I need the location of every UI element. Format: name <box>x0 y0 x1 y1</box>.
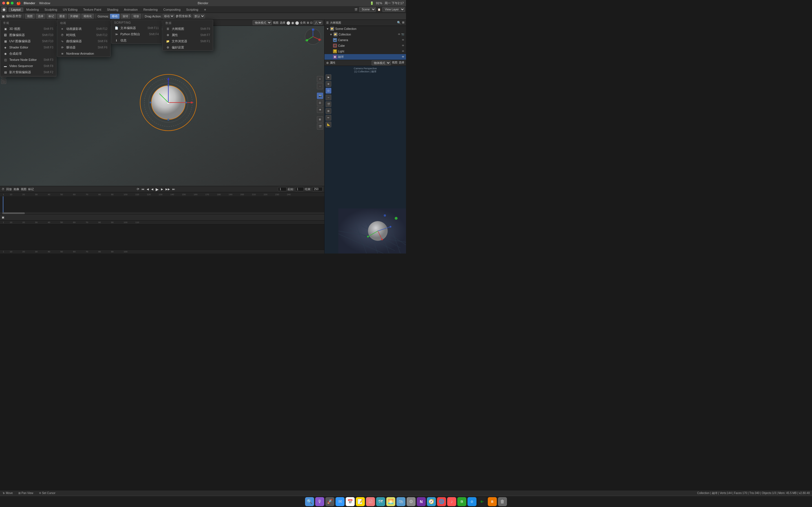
zoom-in-btn[interactable]: + <box>317 76 323 82</box>
editor-type-icon[interactable]: ▣ <box>2 14 5 18</box>
maximize-button[interactable] <box>11 2 13 4</box>
jump-start-btn[interactable]: ⏮ <box>142 187 144 191</box>
menu-item-properties[interactable]: ⚙ 属性 Shift F7 <box>163 32 213 38</box>
next-keyframe-btn[interactable]: ▶ <box>161 187 163 191</box>
mini-nav-btn[interactable]: ⊡ <box>326 88 331 94</box>
mini-anno-btn[interactable]: ✏ <box>326 115 331 121</box>
mini-camera-btn[interactable]: ▶ <box>326 74 331 80</box>
local-view-btn[interactable]: ⊞ <box>317 116 323 122</box>
rotate-gizmo-btn[interactable]: 旋转 <box>121 14 130 19</box>
outliner-item-metaball[interactable]: ⬤ 融球 👁 <box>324 54 406 60</box>
mark-menu[interactable]: 标记 <box>47 14 56 19</box>
menu-item-dope-sheet[interactable]: ≡ 动画摄影表 Shift F12 <box>57 25 110 32</box>
outliner-item-collection[interactable]: ▼ 📁 Collection 👁 📷 <box>324 32 406 37</box>
global-local-select[interactable]: 全局 <box>300 21 306 25</box>
tab-scripting[interactable]: Scripting <box>183 7 201 12</box>
menu-item-graph-editor[interactable]: ∿ 曲线编辑器 Shift F6 <box>57 38 110 44</box>
shading-solid-icon[interactable]: ⬤ <box>287 21 290 25</box>
mini-move-btn[interactable]: ↔ <box>326 95 331 100</box>
outliner-item-cube[interactable]: ⬛ Cube 👁 <box>324 43 406 48</box>
menu-item-nla[interactable]: ≋ Nonlinear Animation <box>57 50 110 57</box>
outliner-filter-icon[interactable]: 🔍 <box>397 21 401 24</box>
collection-visibility-icon[interactable]: 👁 <box>398 33 400 36</box>
window-controls[interactable] <box>2 2 13 4</box>
scale-gizmo-btn[interactable]: 缩放 <box>132 14 141 19</box>
menu-item-text-editor[interactable]: 📄 文本编辑器 Shift F11 <box>111 25 161 31</box>
render-btn[interactable]: 🎬 <box>317 123 323 129</box>
start-frame-input[interactable] <box>295 187 304 191</box>
zoom-out-btn[interactable]: - <box>317 83 323 89</box>
outliner-item-light[interactable]: 💡 Light 👁 <box>324 48 406 54</box>
coord-select[interactable]: 默认 <box>193 14 205 18</box>
overlay-icon[interactable]: ⊡ <box>310 21 312 24</box>
timeline-marker-menu[interactable]: 标记 <box>28 187 34 191</box>
menu-item-3d-view[interactable]: ▣ 3D 视图 Shift F5 <box>0 25 56 32</box>
mini-render-btn[interactable]: 🎬 <box>326 101 331 107</box>
drag-action-select[interactable]: 移动 <box>163 14 174 18</box>
menu-item-timeline[interactable]: ⏱ 时间线 Shift F12 <box>57 32 110 38</box>
current-frame-input[interactable] <box>278 187 287 191</box>
prev-keyframe-btn[interactable]: ◀ <box>151 187 153 191</box>
tab-modeling[interactable]: Modeling <box>23 7 42 12</box>
view-layer-selector[interactable]: View Layer <box>382 7 405 12</box>
outliner-item-camera[interactable]: 📷 Camera 👁 <box>324 37 406 43</box>
tab-rendering[interactable]: Rendering <box>140 7 160 12</box>
mini-frame-btn[interactable]: ⊞ <box>326 108 331 114</box>
viewport-count-select[interactable]: 八 <box>313 20 322 25</box>
properties-type-icon[interactable]: ⚙ <box>326 61 329 64</box>
move-gizmo-btn[interactable]: 移动 <box>110 14 119 19</box>
menu-item-preferences[interactable]: ⚙ 偏好设置 <box>163 44 213 50</box>
object-mode-select2[interactable]: 物体模式 <box>371 61 391 65</box>
tab-animation[interactable]: Animation <box>121 7 141 12</box>
add-cube-btn[interactable]: ⬛ <box>1 79 6 84</box>
shading-mat-icon[interactable]: ◉ <box>291 21 294 25</box>
view-menu[interactable]: 视图 <box>25 14 35 19</box>
light-vis-icon[interactable]: 👁 <box>402 50 404 53</box>
next-frame-btn[interactable]: ▶▶ <box>165 187 170 191</box>
toggle-visibility-btn[interactable]: 👁 <box>317 107 323 113</box>
scene-selector[interactable]: Scene <box>359 7 376 12</box>
viewport-gizmo[interactable]: Z X Y <box>305 28 321 46</box>
tab-shading[interactable]: Shading <box>104 7 121 12</box>
app-name[interactable]: Blender <box>24 1 35 5</box>
channel-btn[interactable]: 抱像 <box>13 187 19 191</box>
prev-frame-btn[interactable]: ◀ <box>147 187 149 191</box>
menu-item-info[interactable]: ℹ 信息 <box>111 37 161 43</box>
bottom-panel-type-icon[interactable]: ▣ <box>2 216 4 219</box>
outliner-item-scene-collection[interactable]: ▼ 📁 Scene Collection <box>324 26 406 32</box>
meta-vis-icon[interactable]: 👁 <box>402 55 404 58</box>
timeline-view-menu[interactable]: 视图 <box>21 187 27 191</box>
camera-vis-icon[interactable]: 👁 <box>402 39 404 41</box>
prop-view-btn[interactable]: 视图 <box>392 61 398 65</box>
keyframe-menu[interactable]: 关键帧 <box>68 14 80 19</box>
menu-item-drivers[interactable]: ⟳ 驱动器 Shift F6 <box>57 44 110 50</box>
jump-end-btn[interactable]: ⏭ <box>172 187 175 191</box>
menu-item-shader-editor[interactable]: ◈ Shader Editor Shift F3 <box>0 44 56 50</box>
collection-render-icon[interactable]: 📷 <box>401 33 404 36</box>
apple-menu[interactable]: 🍎 <box>16 1 21 5</box>
menu-item-python-console[interactable]: ≫ Python 控制台 Shift F4 <box>111 31 161 37</box>
viewport-view-btn[interactable]: 视图 <box>273 21 278 25</box>
menu-item-compositing[interactable]: ◉ 合成处理 <box>0 50 56 57</box>
object-mode-select[interactable]: 物体模式 <box>253 20 272 25</box>
normalize-btn[interactable]: 规格化 <box>82 14 94 19</box>
end-frame-input[interactable] <box>312 187 322 191</box>
close-button[interactable] <box>2 2 5 4</box>
snap-icon[interactable]: ⊞ <box>307 21 309 24</box>
select-menu[interactable]: 选择 <box>36 14 45 19</box>
shading-render-icon[interactable]: ⬤ <box>295 21 299 25</box>
tab-sculpting[interactable]: Sculpting <box>42 7 60 12</box>
outliner-type-icon[interactable]: ☰ <box>326 21 329 24</box>
outliner-expand-icon[interactable]: ⊞ <box>402 21 404 24</box>
tab-layout[interactable]: Layout <box>8 7 23 12</box>
camera-view-btn[interactable]: 📷 <box>317 93 323 99</box>
playback-menu[interactable]: 回放 <box>6 187 12 191</box>
menu-item-outliner[interactable]: ☰ 大纲视图 Shift F9 <box>163 25 213 32</box>
menu-item-image-editor[interactable]: 🖼 图像编辑器 Shift F10 <box>0 32 56 38</box>
menu-item-file-browser[interactable]: 📁 文件浏览器 Shift F1 <box>163 38 213 44</box>
window-menu[interactable]: Window <box>39 1 50 5</box>
add-workspace-button[interactable]: + <box>201 7 209 12</box>
menu-item-clip-editor[interactable]: ▤ 影片剪辑编辑器 Shift F2 <box>0 69 56 75</box>
cube-vis-icon[interactable]: 👁 <box>402 44 404 47</box>
play-mode-btn[interactable]: ⟳ <box>137 187 139 191</box>
